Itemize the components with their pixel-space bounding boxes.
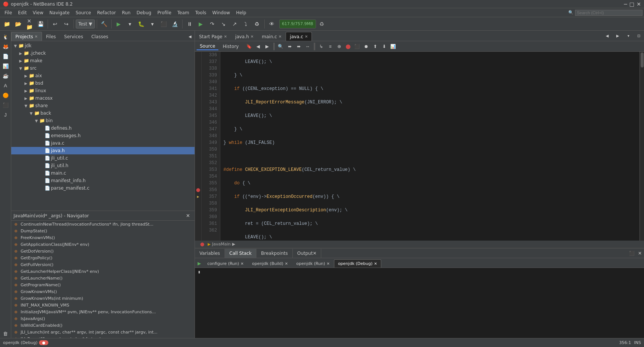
run-config-dropdown[interactable]: Test ▼ xyxy=(76,19,95,28)
menu-team[interactable]: Team xyxy=(174,9,192,16)
jdk-btn[interactable]: J xyxy=(1,110,10,119)
tab-java-h[interactable]: java.h ✕ xyxy=(231,32,258,41)
memory-indicator[interactable]: 617.9/757.9MB xyxy=(279,19,316,28)
tree-item-make[interactable]: ▶ 📁 make xyxy=(11,57,195,64)
close-openjdk-run-tab[interactable]: ✕ xyxy=(326,262,329,266)
open-project-btn[interactable]: 📂 xyxy=(13,19,23,29)
run-dropdown-btn[interactable]: ▾ xyxy=(125,19,135,29)
tree-item-java-h[interactable]: 📄 java.h xyxy=(11,147,195,154)
firefox-btn[interactable]: 🦊 xyxy=(1,42,10,51)
favorites-btn[interactable]: 🐧 xyxy=(1,32,10,41)
close-main-c-tab[interactable]: ✕ xyxy=(279,34,282,39)
pause-btn[interactable]: ⏸ xyxy=(184,19,195,29)
collapse-panel-btn[interactable]: ◀ xyxy=(186,32,195,41)
amazon-btn[interactable]: A xyxy=(1,81,10,90)
menu-window[interactable]: Window xyxy=(209,9,233,16)
nav-item-grow-known-vms[interactable]: ⊕ GrowKnownVMs() xyxy=(11,288,195,295)
tree-item-manifest-info-h[interactable]: 📄 manifest_info.h xyxy=(11,177,195,184)
close-java-h-tab[interactable]: ✕ xyxy=(250,34,253,39)
watch-btn[interactable]: 👁 xyxy=(267,19,277,29)
tree-item-jli-util-c[interactable]: 📄 jli_util.c xyxy=(11,154,195,162)
record-btn[interactable]: ⏺ xyxy=(362,42,370,51)
terminal-btn[interactable]: ⬛ xyxy=(1,100,10,109)
prev-btn[interactable]: ◀ xyxy=(254,42,262,51)
stop-btn[interactable]: ⬛ xyxy=(159,19,169,29)
tree-item-back[interactable]: ▼ 📁 back xyxy=(11,109,195,117)
debug-dropdown-btn[interactable]: ▾ xyxy=(147,19,158,29)
output-area[interactable]: ▮ xyxy=(195,268,644,338)
undo-btn[interactable]: ↩ xyxy=(50,19,60,29)
debug-indicator-btn[interactable]: ● xyxy=(39,340,48,345)
apply-code-btn[interactable]: ♻ xyxy=(252,19,262,29)
trash-btn[interactable]: 🗑 xyxy=(1,329,10,338)
redo-btn[interactable]: ↪ xyxy=(61,19,72,29)
close-openjdk-build-tab[interactable]: ✕ xyxy=(285,262,288,266)
breakpoint-btn[interactable]: ⬤ xyxy=(344,42,352,51)
step-out-btn[interactable]: ↗ xyxy=(229,19,240,29)
menu-source[interactable]: Source xyxy=(73,9,94,16)
tree-item-emessages-h[interactable]: 📄 emessages.h xyxy=(11,132,195,139)
tree-item-java-c[interactable]: 📄 java.c xyxy=(11,139,195,147)
code-content[interactable]: LEAVE(); \ } \ if ((CENL_exception) == N… xyxy=(220,52,640,241)
continue-btn[interactable]: ▶ xyxy=(196,19,206,29)
nav-item-is-wildcard[interactable]: ⊕ IsWildCardEnabled() xyxy=(11,322,195,329)
tab-list-btn[interactable]: ▾ xyxy=(623,31,634,41)
close-navigator-btn[interactable]: ✕ xyxy=(183,211,192,220)
output-tab-configure-run[interactable]: configure (Run) ✕ xyxy=(203,259,248,268)
menu-profile[interactable]: Profile xyxy=(154,9,174,16)
tab-call-stack[interactable]: Call Stack xyxy=(225,249,256,258)
nav-item-init-max[interactable]: ⊕ INIT_MAX_KNOWN_VMS xyxy=(11,302,195,308)
nav-item-get-launcher-helper-class[interactable]: ⊕ GetLauncherHelperClass(JNIEnv* env) xyxy=(11,268,195,275)
output-play-btn[interactable]: ▶ xyxy=(195,259,203,268)
netbeans-orange-btn[interactable]: 🟠 xyxy=(1,91,10,100)
maximize-btn[interactable]: □ xyxy=(629,1,634,7)
menu-navigate[interactable]: Navigate xyxy=(46,9,73,16)
menu-help[interactable]: Help xyxy=(233,9,249,16)
close-output-tab[interactable]: ✕ xyxy=(313,251,316,256)
nav-item-is-java-args[interactable]: ⊕ IsJavaArgs() xyxy=(11,315,195,322)
tree-item-jdk[interactable]: ▼ 📁 jdk xyxy=(11,42,195,49)
output-tab-openjdk-run[interactable]: openjdk (Run) ✕ xyxy=(292,259,334,268)
menu-file[interactable]: File xyxy=(1,9,15,16)
close-configure-run-tab[interactable]: ✕ xyxy=(241,262,244,266)
tree-item-linux[interactable]: ▶ 📁 linux xyxy=(11,87,195,94)
nav-item-get-full-version[interactable]: ⊕ GetFullVersion() xyxy=(11,261,195,268)
output-tab-openjdk-debug[interactable]: openjdk (Debug) ✕ xyxy=(334,259,382,268)
stop-recording-btn[interactable]: ⬛ xyxy=(353,42,361,51)
tab-classes[interactable]: Classes xyxy=(87,32,112,41)
tab-output[interactable]: Output ✕ xyxy=(293,249,322,258)
output-tab-openjdk-build[interactable]: openjdk (Build) ✕ xyxy=(248,259,292,268)
tree-item-aix[interactable]: ▶ 📁 aix xyxy=(11,72,195,79)
test-btn[interactable]: 🔬 xyxy=(170,19,180,29)
tab-java-c[interactable]: java.c ✕ xyxy=(286,32,312,41)
step-over-btn[interactable]: ↷ xyxy=(207,19,217,29)
find-btn[interactable]: 🔍 xyxy=(277,42,285,51)
usages-btn[interactable]: ≡ xyxy=(326,42,334,51)
tree-item-parse-manifest-c[interactable]: 📄 parse_manifest.c xyxy=(11,184,195,192)
toggle-bookmark-btn[interactable]: 🔖 xyxy=(245,42,253,51)
debug-stop-small-btn[interactable]: ⬤ xyxy=(198,240,206,248)
menu-edit[interactable]: Edit xyxy=(15,9,30,16)
tree-item-jli-util-h[interactable]: 📄 jli_util.h xyxy=(11,162,195,169)
menu-refactor[interactable]: Refactor xyxy=(94,9,119,16)
new-project-btn[interactable]: 📁 xyxy=(1,19,12,29)
close-openjdk-debug-tab[interactable]: ✕ xyxy=(374,262,377,266)
editor-scrollbar[interactable] xyxy=(640,52,644,241)
tree-item-jcheck[interactable]: ▶ 📁 .jcheck xyxy=(11,49,195,57)
nb-btn[interactable]: ☕ xyxy=(1,71,10,80)
next-btn[interactable]: ▶ xyxy=(263,42,271,51)
maximize-bottom-btn[interactable]: ⬛ xyxy=(628,249,636,257)
menu-debug[interactable]: Debug xyxy=(133,9,154,16)
tab-scroll-left[interactable]: ◀ xyxy=(602,31,613,41)
nav-item-init-jvm[interactable]: ⊕ InitializeJVM(JavaVM** pvm, JNIEnv** p… xyxy=(11,308,195,315)
source-tab[interactable]: Source xyxy=(196,42,219,50)
up-btn[interactable]: ⬆ xyxy=(371,42,379,51)
menu-run[interactable]: Run xyxy=(119,9,133,16)
close-java-c-tab[interactable]: ✕ xyxy=(305,34,308,39)
run-to-cursor-btn[interactable]: ⤵ xyxy=(241,19,251,29)
close-start-page-tab[interactable]: ✕ xyxy=(224,34,227,39)
tab-scroll-right[interactable]: ▶ xyxy=(613,31,623,41)
close-bottom-btn[interactable]: ✕ xyxy=(636,249,644,257)
text-btn[interactable]: 📄 xyxy=(1,52,10,61)
nav-item-jli-launch[interactable]: ⊕ JLI_Launch(int argc, char** argv, int … xyxy=(11,329,195,335)
